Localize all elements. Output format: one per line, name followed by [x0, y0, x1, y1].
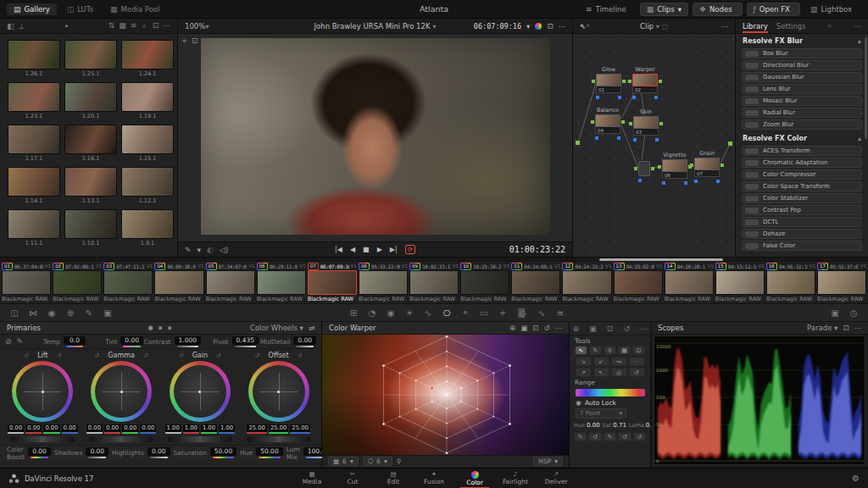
gallery-still[interactable]: 1.19.1 [121, 82, 174, 119]
tab-library[interactable]: Library [743, 20, 768, 32]
tab-color[interactable]: Color [454, 469, 495, 488]
gallery-still[interactable]: 1.25.1 [64, 40, 117, 77]
node-input-port[interactable] [658, 165, 661, 169]
clip-thumbnail[interactable] [103, 270, 153, 295]
previous-clip-button[interactable]: |◀ [335, 246, 342, 253]
clip-thumbnail[interactable] [665, 270, 714, 295]
library-scrollbar[interactable] [865, 37, 867, 139]
parameter-value[interactable]: 0.71 [613, 422, 626, 429]
push-icon[interactable]: ↗ [576, 368, 592, 377]
wheel-value-red[interactable]: 1.00 [183, 424, 199, 434]
parameter-value[interactable]: 0.435 [232, 336, 259, 345]
timeline-clip[interactable]: 14 04:26:28:11 V1 Blackmagic RAW [664, 262, 715, 304]
clip-thumbnail[interactable] [2, 270, 51, 295]
timeline-clip[interactable]: 05 07:34:07:08 V1 Blackmagic RAW [205, 262, 256, 304]
swap-icon[interactable]: ⇄ [309, 324, 314, 332]
hdr-grade-icon[interactable]: ☀ [402, 308, 417, 318]
clip-thumbnail[interactable] [206, 270, 255, 295]
timeline-clip[interactable]: 17 05:52:37:07 V1 Blackmagic RAW [816, 262, 867, 304]
fx-item[interactable]: Color Stabilizer [742, 193, 862, 203]
gallery-still[interactable]: 1.10.1 [64, 209, 117, 247]
drag-region-icon[interactable]: ↝ [611, 357, 627, 366]
node-grain[interactable]: Grain 07◦◦ [694, 158, 720, 177]
zoom-icon[interactable]: ⊕ [63, 308, 78, 318]
clips-button[interactable]: ▦ Clips ▾ [640, 3, 688, 16]
node-view-selector[interactable]: Clip ▾ ◻ [573, 22, 735, 30]
picker-icon[interactable]: ✎ [17, 337, 24, 346]
node-mask-port[interactable] [596, 96, 599, 99]
wheel-value-green[interactable]: 25.00 [269, 424, 288, 434]
reset-luma-icon[interactable]: ↺ [618, 432, 631, 441]
fx-item[interactable]: Lens Blur [742, 84, 862, 94]
wheel-value-green[interactable]: 0.00 [43, 424, 59, 434]
reset-icon[interactable]: ↺ [298, 352, 303, 359]
tab-deliver[interactable]: ↗ Deliver [536, 469, 576, 488]
tab-luts[interactable]: ◫ LUTs [60, 3, 100, 15]
node-input-port[interactable] [591, 120, 594, 124]
graph-input-port[interactable] [576, 141, 580, 145]
power-window-icon[interactable]: ▭ [476, 308, 492, 318]
timeline-clip[interactable]: 02 07:02:09:12 V1 Blackmagic RAW [52, 262, 103, 304]
fx-section-header[interactable]: Resolve FX Color▴ [736, 131, 868, 144]
timeline-clip[interactable]: 07 06:07:09:16 V1 Blackmagic RAW [307, 262, 358, 304]
reset-icon[interactable]: ↺ [179, 352, 184, 359]
clip-thumbnail[interactable] [154, 270, 203, 295]
scrollbar-thumb[interactable] [599, 258, 723, 261]
gallery-still[interactable]: 1.16.1 [64, 125, 117, 162]
more-icon[interactable]: ⋯ [555, 324, 563, 332]
node-input-port[interactable] [690, 164, 693, 167]
parameter-value[interactable]: 0.00 [587, 422, 600, 429]
timeline-clip[interactable]: 03 07:47:11:13 V1 Blackmagic RAW [103, 262, 153, 304]
timeline-button[interactable]: ≡ Timeline [580, 3, 636, 15]
fx-item[interactable]: Color Space Transform [742, 181, 862, 191]
timeline-clip[interactable]: 04 06:09:38:01 V1 Blackmagic RAW [153, 262, 204, 304]
onscreen-controls-icon[interactable]: ⌖ [182, 36, 186, 46]
node-warper[interactable]: Warper 02◦◦ [632, 74, 658, 93]
wheel-value-red[interactable]: 25.00 [247, 424, 266, 434]
drag-edge-icon[interactable]: ↙ [593, 357, 609, 366]
pan-icon[interactable]: ✎ [81, 308, 97, 318]
node-output-port[interactable] [659, 80, 662, 83]
warper-canvas[interactable] [322, 335, 569, 455]
next-clip-button[interactable]: ▶| [390, 246, 398, 253]
node-balance[interactable]: Balance 04◦◦ [595, 114, 620, 134]
fx-item[interactable]: False Color [742, 241, 862, 251]
nodes-button[interactable]: ❖ Nodes [693, 3, 743, 16]
timeline-clip[interactable]: 09 10:02:33:17 V1 Blackmagic RAW [409, 262, 459, 304]
clip-thumbnail[interactable] [359, 270, 408, 295]
node-vignette[interactable]: Vignette 06◦◦ [662, 159, 687, 179]
clip-thumbnail[interactable] [766, 270, 815, 295]
wipe-mode-icon[interactable]: ◫ [7, 308, 22, 318]
list-view-icon[interactable]: ≡ [128, 21, 139, 30]
clip-thumbnail[interactable] [511, 270, 560, 295]
color-wheel[interactable] [170, 361, 231, 422]
openfx-button[interactable]: ƒ Open FX [747, 3, 800, 16]
more-icon[interactable]: ⋯ [638, 324, 649, 333]
parameter-value[interactable]: 50.00 [256, 447, 282, 456]
wheel-value-blue[interactable]: 0.00 [140, 424, 156, 434]
node-output-port[interactable] [622, 80, 626, 83]
step-back-button[interactable]: ◀ [350, 246, 355, 253]
timeline-clip[interactable]: 10 10:25:39:21 V1 Blackmagic RAW [459, 262, 510, 304]
lock-preset-selector[interactable]: 7 Point▾ [576, 408, 626, 419]
fx-item[interactable]: Gaussian Blur [742, 72, 862, 82]
image-icon[interactable]: ▣ [100, 308, 115, 318]
expand-icon[interactable]: ⊡ [150, 21, 161, 30]
master-wheel-slider[interactable] [89, 436, 153, 442]
bypass-icon[interactable]: ⊘ [5, 337, 12, 346]
mesh-icon[interactable]: ▣ [520, 324, 527, 332]
fx-item[interactable]: Mosaic Blur [742, 96, 862, 106]
color-wheel-icon[interactable] [535, 23, 542, 30]
drag-point-icon[interactable]: ↘ [576, 357, 592, 366]
gallery-still[interactable]: 1.26.1 [8, 40, 60, 77]
reset-icon[interactable]: ↺ [57, 352, 62, 359]
gallery-still[interactable]: 1.12.1 [121, 167, 174, 204]
more-icon[interactable]: ⋯ [721, 22, 729, 30]
pin-tool[interactable]: ⚲ [604, 346, 616, 355]
fx-item[interactable]: Directional Blur [742, 60, 862, 70]
node-mask-port[interactable] [617, 136, 620, 140]
gallery-still[interactable]: 1.11.1 [8, 209, 60, 247]
fx-item[interactable]: Color Compressor [742, 169, 862, 180]
node-graph-canvas[interactable]: Glow 01◦◦ Warper 02◦◦ [573, 34, 735, 257]
clip-thumbnail[interactable] [257, 270, 306, 295]
